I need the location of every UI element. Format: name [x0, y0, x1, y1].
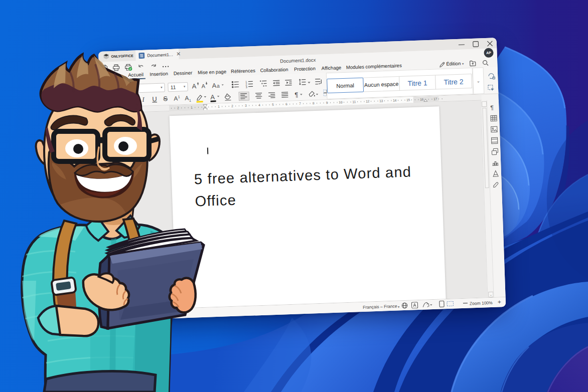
- svg-text:¶: ¶: [294, 91, 298, 98]
- svg-text:8: 8: [312, 101, 314, 105]
- svg-text:15: 15: [406, 98, 410, 101]
- svg-text:13: 13: [379, 99, 383, 102]
- svg-text:3: 3: [245, 86, 247, 89]
- svg-text:6: 6: [285, 102, 287, 106]
- svg-text:4: 4: [258, 103, 260, 107]
- svg-text:17: 17: [433, 97, 437, 100]
- svg-text:11: 11: [352, 100, 356, 103]
- svg-text:12: 12: [366, 99, 370, 103]
- svg-text:10: 10: [339, 100, 343, 104]
- svg-text:5: 5: [271, 103, 273, 106]
- svg-text:7: 7: [299, 102, 301, 105]
- svg-text:16: 16: [419, 97, 423, 101]
- svg-text:14: 14: [393, 98, 397, 102]
- svg-text:9: 9: [326, 101, 328, 104]
- svg-text:¶: ¶: [490, 104, 494, 111]
- svg-text:3: 3: [244, 104, 246, 107]
